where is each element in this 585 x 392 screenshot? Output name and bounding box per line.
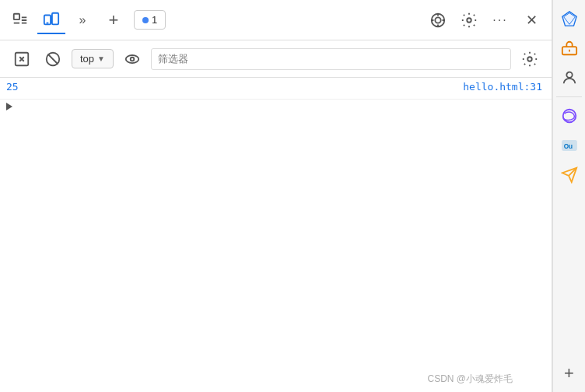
more-panels-icon[interactable]: » — [68, 6, 96, 34]
live-expressions-icon[interactable] — [120, 47, 145, 72]
outlook-icon[interactable]: Ou — [557, 133, 582, 158]
svg-point-11 — [131, 57, 135, 61]
console-tab[interactable]: 1 — [134, 10, 166, 30]
person-icon[interactable] — [557, 65, 582, 90]
block-icon[interactable] — [40, 47, 65, 72]
console-expander[interactable] — [0, 100, 552, 114]
sub-toolbar: top ▼ — [0, 40, 552, 78]
svg-rect-2 — [52, 12, 58, 24]
right-sidebar: Ou + — [552, 0, 585, 392]
context-label: top — [80, 53, 94, 65]
console-count: 1 — [152, 14, 157, 26]
svg-point-12 — [527, 57, 532, 61]
clear-console-icon[interactable] — [9, 47, 34, 72]
context-dropdown[interactable]: top ▼ — [72, 49, 114, 68]
device-toggle-icon[interactable] — [37, 6, 65, 34]
svg-point-5 — [435, 17, 440, 23]
sources-icon[interactable] — [424, 6, 452, 34]
edge-icon[interactable] — [557, 103, 582, 128]
dropdown-arrow: ▼ — [97, 54, 105, 63]
svg-text:Ou: Ou — [563, 143, 572, 150]
svg-point-6 — [467, 18, 471, 23]
chevron-right-icon — [6, 103, 12, 110]
inspect-icon[interactable] — [6, 6, 34, 34]
devtools-panel: » + 1 ··· — [0, 0, 552, 392]
new-tab-icon[interactable]: + — [100, 6, 128, 34]
close-icon[interactable]: ✕ — [517, 6, 545, 34]
svg-rect-0 — [14, 13, 19, 19]
svg-point-17 — [566, 72, 572, 78]
toolbox-icon[interactable] — [557, 36, 582, 61]
filter-input[interactable] — [151, 48, 511, 70]
console-entry-row: 25 hello.html:31 — [0, 78, 552, 100]
line-number: 25 — [6, 81, 53, 93]
file-link[interactable]: hello.html:31 — [463, 81, 552, 93]
add-sidebar-icon[interactable]: + — [557, 361, 582, 386]
paper-plane-icon[interactable] — [557, 163, 582, 187]
svg-point-10 — [126, 54, 139, 62]
settings-icon[interactable] — [455, 6, 483, 34]
more-options-icon[interactable]: ··· — [486, 6, 514, 34]
sidebar-divider — [556, 96, 582, 97]
svg-marker-13 — [562, 12, 576, 26]
top-toolbar: » + 1 ··· — [0, 0, 552, 40]
console-area: 25 hello.html:31 — [0, 78, 552, 392]
svg-line-9 — [48, 54, 58, 64]
console-settings-icon[interactable] — [517, 47, 542, 72]
diamond-icon[interactable] — [557, 6, 582, 31]
console-dot — [142, 17, 149, 23]
footer-watermark: CSDN @小魂爱炸毛 — [427, 373, 513, 386]
